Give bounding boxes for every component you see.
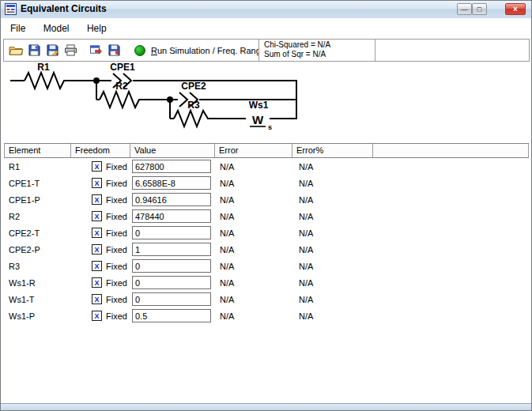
- header-freedom[interactable]: Freedom: [71, 144, 130, 157]
- freedom-label[interactable]: Fixed: [106, 195, 127, 205]
- value-input[interactable]: [132, 193, 211, 206]
- error-value: N/A: [214, 311, 292, 321]
- error-pct-value: N/A: [292, 278, 372, 288]
- table-row: Ws1-P X Fixed N/A N/A: [4, 307, 529, 324]
- table-row: R3 X Fixed N/A N/A: [4, 258, 529, 274]
- error-value: N/A: [214, 195, 292, 205]
- header-errorpct[interactable]: Error%: [292, 144, 373, 157]
- save-results-icon[interactable]: [107, 43, 122, 57]
- resistor-r1-symbol[interactable]: [25, 73, 70, 89]
- freedom-label[interactable]: Fixed: [106, 228, 127, 238]
- value-input[interactable]: [132, 243, 211, 256]
- freedom-label[interactable]: Fixed: [106, 212, 127, 221]
- freedom-checkbox[interactable]: X: [92, 294, 102, 304]
- freedom-label[interactable]: Fixed: [106, 295, 127, 304]
- freedom-label[interactable]: Fixed: [106, 179, 127, 188]
- run-simulation-button[interactable]: Run Simulation / Freq. Range: [134, 45, 266, 56]
- header-element[interactable]: Element: [5, 144, 71, 157]
- app-icon[interactable]: [5, 3, 17, 15]
- value-input[interactable]: [132, 309, 211, 322]
- freedom-label[interactable]: Fixed: [106, 311, 127, 321]
- table-row: Ws1-R X Fixed N/A N/A: [4, 274, 529, 291]
- table-row: CPE2-P X Fixed N/A N/A: [4, 241, 529, 258]
- freedom-checkbox[interactable]: X: [92, 311, 102, 321]
- freedom-checkbox[interactable]: X: [92, 211, 102, 221]
- element-label[interactable]: Ws1-P: [4, 311, 70, 321]
- value-input[interactable]: [132, 176, 211, 190]
- freedom-label[interactable]: Fixed: [106, 245, 127, 255]
- element-label[interactable]: Ws1-R: [4, 278, 70, 288]
- freedom-checkbox[interactable]: X: [92, 161, 102, 172]
- freedom-checkbox[interactable]: X: [92, 228, 102, 238]
- circuit-label-r1: R1: [37, 63, 50, 73]
- freedom-label[interactable]: Fixed: [106, 162, 127, 172]
- error-pct-value: N/A: [292, 228, 372, 238]
- maximize-button[interactable]: □: [472, 3, 487, 15]
- freedom-checkbox[interactable]: X: [92, 194, 102, 205]
- error-pct-value: N/A: [292, 295, 372, 304]
- circuit-label-ws1: Ws1: [249, 100, 269, 111]
- print-icon[interactable]: [63, 43, 78, 57]
- freedom-checkbox[interactable]: X: [92, 277, 102, 288]
- element-label[interactable]: CPE1-T: [4, 179, 70, 188]
- fit-statistics-panel: Chi-Squared = N/A Sum of Sqr = N/A: [258, 40, 375, 61]
- freedom-checkbox[interactable]: X: [92, 178, 102, 188]
- freedom-label[interactable]: Fixed: [106, 262, 127, 271]
- menu-file[interactable]: File: [3, 18, 32, 34]
- error-value: N/A: [214, 245, 292, 255]
- element-label[interactable]: CPE1-P: [4, 195, 70, 205]
- value-input[interactable]: [132, 292, 211, 306]
- warburg-symbol[interactable]: W: [252, 113, 264, 126]
- menu-model[interactable]: Model: [36, 18, 77, 34]
- run-simulation-label: Run Simulation / Freq. Range: [151, 46, 266, 55]
- run-indicator-icon: [134, 45, 145, 56]
- circuit-label-r2: R2: [115, 81, 128, 92]
- resistor-r3-symbol[interactable]: [174, 111, 212, 126]
- chi-squared-value: Chi-Squared = N/A: [264, 40, 375, 50]
- element-label[interactable]: R2: [4, 212, 70, 221]
- window-bottom-frame: [1, 403, 531, 410]
- element-label[interactable]: CPE2-T: [4, 228, 70, 238]
- titlebar[interactable]: Equivalent Circuits — □ ×: [1, 1, 531, 19]
- copy-icon[interactable]: [89, 43, 104, 57]
- freedom-checkbox[interactable]: X: [92, 244, 102, 255]
- parameter-table-body: R1 X Fixed N/A N/A CPE1-T X Fixed N/A N/…: [4, 158, 529, 324]
- header-filler: [373, 144, 529, 157]
- parameter-table: Element Freedom Value Error Error% R1 X …: [4, 143, 529, 324]
- equivalent-circuits-window: Equivalent Circuits — □ × File Model Hel…: [0, 0, 532, 411]
- save-icon[interactable]: [27, 43, 42, 57]
- element-label[interactable]: R3: [4, 262, 70, 271]
- table-row: CPE2-T X Fixed N/A N/A: [4, 224, 529, 241]
- freedom-checkbox[interactable]: X: [92, 261, 102, 271]
- table-header: Element Freedom Value Error Error%: [4, 143, 529, 158]
- element-label[interactable]: CPE2-P: [4, 245, 70, 255]
- value-input[interactable]: [132, 160, 211, 173]
- element-label[interactable]: R1: [4, 162, 70, 172]
- error-pct-value: N/A: [292, 311, 372, 321]
- element-label[interactable]: Ws1-T: [4, 295, 70, 304]
- save-as-icon[interactable]: [45, 43, 60, 57]
- resistor-r2-symbol[interactable]: [100, 92, 143, 107]
- header-value[interactable]: Value: [130, 144, 215, 157]
- value-input[interactable]: [132, 226, 211, 239]
- freedom-label[interactable]: Fixed: [106, 278, 127, 288]
- circuit-label-cpe1: CPE1: [110, 63, 135, 73]
- table-row: R2 X Fixed N/A N/A: [4, 208, 529, 224]
- error-value: N/A: [214, 179, 292, 188]
- window-title: Equivalent Circuits: [21, 1, 107, 17]
- menubar: File Model Help: [1, 18, 531, 39]
- error-value: N/A: [214, 278, 292, 288]
- value-input[interactable]: [132, 276, 211, 289]
- close-icon: ×: [513, 5, 518, 13]
- menu-help[interactable]: Help: [80, 18, 114, 34]
- close-button[interactable]: ×: [505, 3, 526, 15]
- open-icon[interactable]: [9, 43, 24, 57]
- value-input[interactable]: [132, 209, 211, 223]
- error-value: N/A: [214, 295, 292, 304]
- sum-of-sqr-value: Sum of Sqr = N/A: [264, 50, 375, 59]
- minimize-button[interactable]: —: [457, 3, 472, 15]
- value-input[interactable]: [132, 259, 211, 273]
- junction-dot: [93, 77, 100, 84]
- header-error[interactable]: Error: [215, 144, 292, 157]
- table-row: CPE1-T X Fixed N/A N/A: [4, 175, 529, 191]
